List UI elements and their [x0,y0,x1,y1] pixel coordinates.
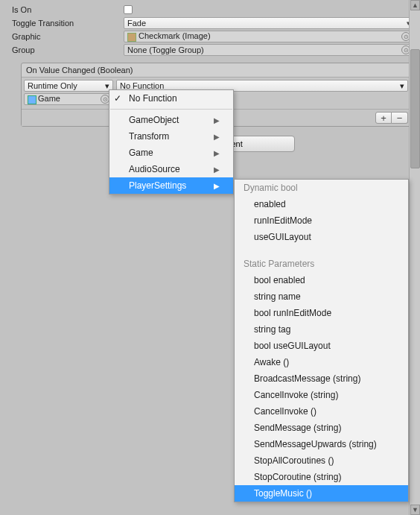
menu-item-label: string name [254,291,301,302]
menu-item[interactable]: string tag [235,321,408,338]
menu-item-label: ToggleMusic () [254,488,312,499]
function-menu[interactable]: ✓No FunctionGameObject▶Transform▶Game▶Au… [109,89,234,195]
scroll-thumb[interactable] [410,49,420,168]
target-object-field[interactable]: Game ⊙ [24,93,113,105]
menu-item[interactable]: CancelInvoke (string) [235,387,408,403]
function-submenu[interactable]: Dynamic boolenabledrunInEditModeuseGUILa… [234,179,409,502]
graphic-value: Checkmark (Image) [139,31,211,40]
menu-item[interactable]: PlayerSettings▶ [109,177,233,194]
runtime-value: Runtime Only [28,81,77,90]
graphic-field[interactable]: Checkmark (Image) ⊙ [124,31,414,42]
menu-item[interactable]: Transform▶ [109,128,233,145]
menu-item[interactable]: StopAllCoroutines () [235,452,408,469]
isOn-checkbox[interactable] [124,5,133,14]
menu-item[interactable]: CancelInvoke () [235,403,408,420]
check-icon: ✓ [114,93,121,104]
menu-item[interactable]: runInEditMode [235,212,408,229]
menu-item[interactable]: Game▶ [109,145,233,161]
menu-section-header: Static Parameters [235,256,408,272]
menu-item[interactable]: bool useGUILayout [235,338,408,354]
target-value: Game [38,94,60,103]
menu-item[interactable]: GameObject▶ [109,112,233,128]
menu-item[interactable]: SendMessage (string) [235,420,408,436]
chevron-down-icon: ▾ [400,81,404,91]
add-event-button[interactable]: + [375,112,392,124]
menu-item[interactable]: BroadcastMessage (string) [235,370,408,387]
menu-item-label: runInEditMode [254,215,312,226]
menu-item-label: No Function [129,93,177,104]
chevron-right-icon: ▶ [214,165,220,174]
graphic-label: Graphic [12,32,124,41]
menu-item-label: enabled [254,199,286,209]
image-icon [127,33,136,42]
menu-section-header: Dynamic bool [235,180,408,196]
menu-item[interactable]: bool runInEditMode [235,305,408,321]
menu-item-label: SendMessageUpwards (string) [254,439,377,449]
menu-item-label: GameObject [129,115,179,125]
gameobject-icon [28,95,36,104]
vertical-scrollbar[interactable]: ▲ ▼ [409,0,420,515]
chevron-right-icon: ▶ [214,116,220,124]
menu-item[interactable]: SendMessageUpwards (string) [235,436,408,452]
menu-item-label: string tag [254,324,290,335]
menu-item[interactable]: enabled [235,196,408,212]
chevron-right-icon: ▶ [214,149,220,157]
menu-item-label: bool useGUILayout [254,341,331,351]
menu-item[interactable]: Awake () [235,354,408,370]
event-title: On Value Changed (Boolean) [22,63,410,78]
menu-item[interactable]: ✓No Function [109,90,233,107]
menu-item[interactable]: ToggleMusic () [235,485,408,502]
runtime-dropdown[interactable]: Runtime Only ▾ [24,80,113,92]
menu-item-label: StopAllCoroutines () [254,455,334,466]
menu-item[interactable]: string name [235,288,408,305]
scroll-up-button[interactable]: ▲ [410,0,420,10]
menu-item-label: useGUILayout [254,232,311,242]
menu-item[interactable]: useGUILayout [235,229,408,245]
remove-event-button[interactable]: − [392,112,408,124]
isOn-label: Is On [12,5,124,14]
menu-item-label: BroadcastMessage (string) [254,373,360,384]
menu-item-label: bool runInEditMode [254,308,331,318]
menu-item-label: SendMessage (string) [254,423,341,433]
toggleTransition-dropdown[interactable]: Fade ▾ [124,17,414,29]
group-label: Group [12,45,124,54]
toggleTransition-label: Toggle Transition [12,19,124,28]
menu-item-label: Game [129,148,153,158]
menu-item-label: Transform [129,131,169,142]
menu-item-label: CancelInvoke (string) [254,390,338,400]
chevron-right-icon: ▶ [214,182,220,190]
toggleTransition-value: Fade [127,19,146,28]
scroll-down-button[interactable]: ▼ [410,505,420,515]
menu-item-label: Awake () [254,357,289,367]
group-value: None (Toggle Group) [127,45,204,54]
menu-item-label: AudioSource [129,164,180,174]
menu-item[interactable]: bool enabled [235,272,408,288]
menu-item-label: bool enabled [254,275,305,285]
menu-item[interactable]: StopCoroutine (string) [235,469,408,485]
chevron-right-icon: ▶ [214,133,220,141]
menu-item-label: CancelInvoke () [254,406,316,417]
menu-item-label: PlayerSettings [129,180,186,191]
group-field[interactable]: None (Toggle Group) ⊙ [124,44,414,56]
menu-item[interactable]: AudioSource▶ [109,161,233,177]
menu-item-label: StopCoroutine (string) [254,472,341,482]
